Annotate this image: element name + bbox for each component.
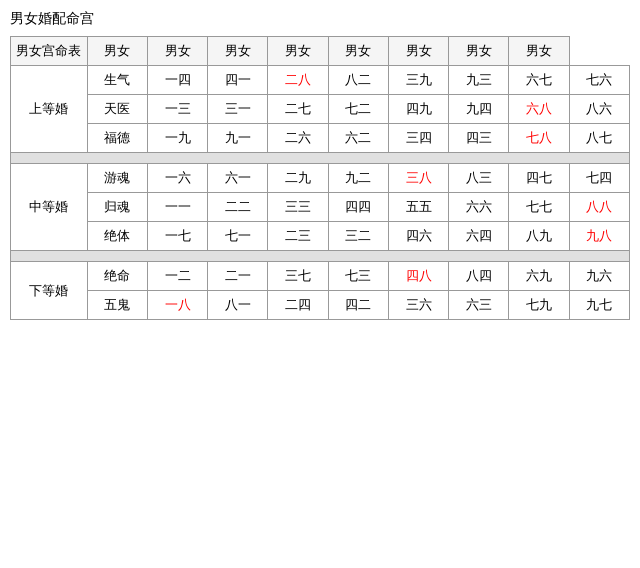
grade-label: 中等婚 <box>11 164 88 251</box>
table-cell: 三三 <box>268 193 328 222</box>
table-cell: 九一 <box>208 124 268 153</box>
row-label: 五鬼 <box>87 291 147 320</box>
table-header-row: 男女宫命表 男女 男女 男女 男女 男女 男女 男女 男女 <box>11 37 630 66</box>
table-cell: 三六 <box>388 291 448 320</box>
header-col3: 男女 <box>208 37 268 66</box>
table-cell: 八六 <box>569 95 629 124</box>
table-cell: 八三 <box>449 164 509 193</box>
grade-label: 上等婚 <box>11 66 88 153</box>
table-cell: 七四 <box>569 164 629 193</box>
table-row: 下等婚绝命一二二一三七七三四八八四六九九六 <box>11 262 630 291</box>
table-cell: 九七 <box>569 291 629 320</box>
table-cell: 八七 <box>569 124 629 153</box>
table-cell: 七一 <box>208 222 268 251</box>
table-cell: 一二 <box>147 262 207 291</box>
table-cell: 二三 <box>268 222 328 251</box>
table-cell: 八九 <box>509 222 569 251</box>
table-cell: 四九 <box>388 95 448 124</box>
table-cell: 七二 <box>328 95 388 124</box>
main-table: 男女宫命表 男女 男女 男女 男女 男女 男女 男女 男女 上等婚生气一四四一二… <box>10 36 630 320</box>
table-cell: 一九 <box>147 124 207 153</box>
grade-label: 下等婚 <box>11 262 88 320</box>
table-cell: 三七 <box>268 262 328 291</box>
table-cell: 六六 <box>449 193 509 222</box>
table-cell: 三二 <box>328 222 388 251</box>
table-cell: 九六 <box>569 262 629 291</box>
table-cell: 二一 <box>208 262 268 291</box>
table-cell: 八四 <box>449 262 509 291</box>
table-cell: 七八 <box>509 124 569 153</box>
header-col0: 男女宫命表 <box>11 37 88 66</box>
table-cell: 八一 <box>208 291 268 320</box>
header-col5: 男女 <box>328 37 388 66</box>
table-cell: 三八 <box>388 164 448 193</box>
table-cell: 四七 <box>509 164 569 193</box>
table-cell: 八八 <box>569 193 629 222</box>
table-cell: 四六 <box>388 222 448 251</box>
table-cell: 一六 <box>147 164 207 193</box>
table-cell: 六四 <box>449 222 509 251</box>
table-cell: 一七 <box>147 222 207 251</box>
row-label: 归魂 <box>87 193 147 222</box>
table-cell: 六八 <box>509 95 569 124</box>
table-cell: 九八 <box>569 222 629 251</box>
header-col6: 男女 <box>388 37 448 66</box>
table-row: 上等婚生气一四四一二八八二三九九三六七七六 <box>11 66 630 95</box>
table-row: 天医一三三一二七七二四九九四六八八六 <box>11 95 630 124</box>
row-label: 游魂 <box>87 164 147 193</box>
table-row: 绝体一七七一二三三二四六六四八九九八 <box>11 222 630 251</box>
table-cell: 二九 <box>268 164 328 193</box>
header-col7: 男女 <box>449 37 509 66</box>
table-cell: 二六 <box>268 124 328 153</box>
header-col1: 男女 <box>87 37 147 66</box>
table-cell: 四四 <box>328 193 388 222</box>
table-cell: 四一 <box>208 66 268 95</box>
table-cell: 九三 <box>449 66 509 95</box>
table-cell: 九四 <box>449 95 509 124</box>
table-cell: 三一 <box>208 95 268 124</box>
table-cell: 六一 <box>208 164 268 193</box>
table-cell: 四三 <box>449 124 509 153</box>
table-cell: 三四 <box>388 124 448 153</box>
table-cell: 五五 <box>388 193 448 222</box>
table-cell: 一三 <box>147 95 207 124</box>
row-label: 生气 <box>87 66 147 95</box>
row-label: 福德 <box>87 124 147 153</box>
table-row: 福德一九九一二六六二三四四三七八八七 <box>11 124 630 153</box>
table-cell: 二二 <box>208 193 268 222</box>
table-row: 中等婚游魂一六六一二九九二三八八三四七七四 <box>11 164 630 193</box>
row-label: 绝命 <box>87 262 147 291</box>
row-label: 天医 <box>87 95 147 124</box>
table-cell: 一一 <box>147 193 207 222</box>
table-cell: 二八 <box>268 66 328 95</box>
table-cell: 七六 <box>569 66 629 95</box>
table-cell: 三九 <box>388 66 448 95</box>
table-row: 归魂一一二二三三四四五五六六七七八八 <box>11 193 630 222</box>
separator-row <box>11 251 630 262</box>
table-cell: 六九 <box>509 262 569 291</box>
table-cell: 八二 <box>328 66 388 95</box>
table-cell: 一八 <box>147 291 207 320</box>
table-cell: 一四 <box>147 66 207 95</box>
header-col2: 男女 <box>147 37 207 66</box>
table-cell: 四二 <box>328 291 388 320</box>
table-cell: 二七 <box>268 95 328 124</box>
header-col4: 男女 <box>268 37 328 66</box>
row-label: 绝体 <box>87 222 147 251</box>
page-title: 男女婚配命宫 <box>10 10 630 28</box>
table-cell: 六二 <box>328 124 388 153</box>
table-cell: 七七 <box>509 193 569 222</box>
table-cell: 七三 <box>328 262 388 291</box>
table-cell: 四八 <box>388 262 448 291</box>
header-col8: 男女 <box>509 37 569 66</box>
table-cell: 九二 <box>328 164 388 193</box>
table-row: 五鬼一八八一二四四二三六六三七九九七 <box>11 291 630 320</box>
table-cell: 六三 <box>449 291 509 320</box>
table-cell: 六七 <box>509 66 569 95</box>
table-cell: 二四 <box>268 291 328 320</box>
separator-row <box>11 153 630 164</box>
table-cell: 七九 <box>509 291 569 320</box>
